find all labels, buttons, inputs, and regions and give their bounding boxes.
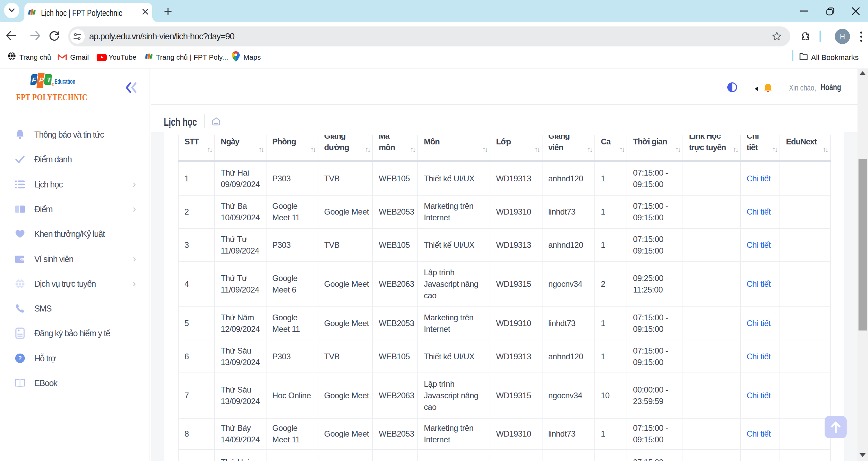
svg-text:?: ? (18, 355, 22, 362)
svg-text:*: * (18, 328, 20, 334)
